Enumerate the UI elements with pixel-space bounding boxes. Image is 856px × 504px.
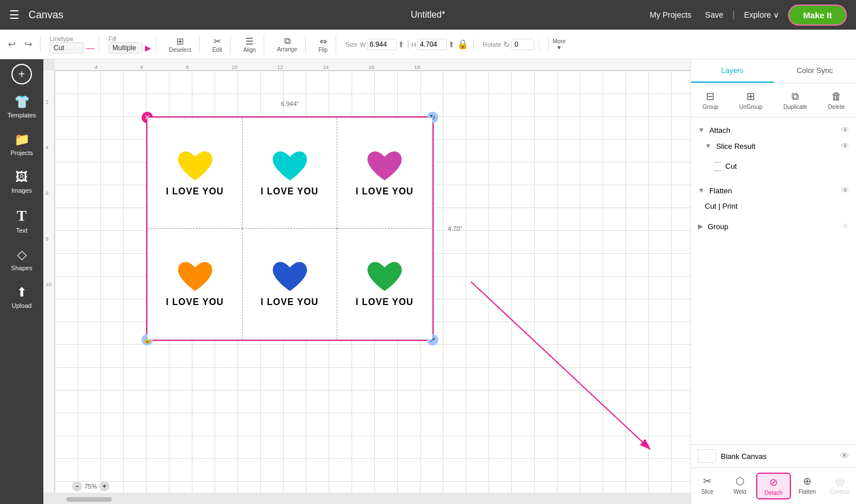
arrange-button[interactable]: ⧉ Arrange [273,35,301,54]
linetype-value[interactable]: Cut [50,42,84,54]
my-projects-button[interactable]: My Projects [645,8,696,22]
layer-cut-slice[interactable]: — — Cut [691,154,856,178]
slice-button[interactable]: ✂ Slice [691,473,724,499]
detach-icon: ⊘ [769,476,778,489]
sidebar-images-label: Images [11,187,32,194]
size-inputs: W ⬆ | H ⬆ 🔒 [360,39,469,50]
redo-button[interactable]: ↪ [21,36,35,52]
templates-icon: 👕 [14,95,30,109]
bottom-scrollbar[interactable] [55,495,691,504]
zoom-in-button[interactable]: + [99,481,110,491]
sidebar-item-images[interactable]: 🖼 Images [2,164,41,200]
duplicate-icon: ⧉ [792,91,799,103]
design-cell-4: I LOVE YOU [148,229,243,339]
duplicate-button[interactable]: ⧉ Duplicate [779,88,812,112]
contour-button[interactable]: ◎ Contour [823,473,856,499]
make-it-button[interactable]: Make It [788,5,847,26]
group-button[interactable]: ⊟ Group [698,88,723,112]
selection-box[interactable]: ✕ ↻ 🔒 ↗ I LOVE YOU [146,116,434,341]
weld-icon: ⬡ [736,475,745,487]
height-input[interactable] [417,39,447,50]
scrollbar-thumb[interactable] [66,497,112,502]
document-title[interactable]: Untitled* [411,10,445,20]
zoom-value: 75% [84,483,97,490]
fill-group: Fill Multiple ▶ [104,35,156,54]
design-wrapper[interactable]: 6.944" ✕ ↻ 🔒 ↗ I LOVE YOU [146,116,434,341]
ruler-top: 4 6 8 10 12 14 16 18 [55,59,691,71]
edit-button[interactable]: ✂ Edit [209,35,225,54]
layer-cut-print[interactable]: Cut | Print [691,198,856,214]
deselect-group: ⊞ Deselect [161,35,200,54]
detach-button[interactable]: ⊘ Detach [756,473,791,499]
delete-button[interactable]: 🗑 Delete [823,88,849,112]
flatten-button[interactable]: ⊕ Flatten [791,473,823,499]
rotate-group: Rotate ↻ [478,39,539,50]
group-layer-arrow-icon: ▶ [698,222,703,230]
sidebar-item-templates[interactable]: 👕 Templates [2,89,41,124]
align-button[interactable]: ☰ Align [240,35,259,54]
blank-canvas-label: Blank Canvas [721,452,835,461]
size-group: Size W ⬆ | H ⬆ 🔒 [341,39,474,50]
rotate-input[interactable] [511,39,534,50]
edit-group: ✂ Edit [204,35,231,54]
sidebar-item-projects[interactable]: 📁 Projects [2,127,41,162]
save-button[interactable]: Save [705,10,724,19]
layer-slice-result[interactable]: ▼ Slice Result 👁 [691,138,856,154]
flip-group: ⇔ Flip [310,35,336,54]
lock-aspect-icon[interactable]: 🔒 [457,39,469,50]
blank-canvas-visibility-icon[interactable]: 👁 [840,451,849,461]
heart-cyan [270,150,310,184]
new-button[interactable]: + [11,64,32,84]
linetype-color-swatch[interactable]: — [86,43,94,52]
sidebar-item-upload[interactable]: ⬆ Upload [2,279,41,315]
flatten-label: Flatten [709,186,837,195]
canvas-area[interactable]: 4 6 8 10 12 14 16 18 2 4 6 8 10 6.944" [43,59,691,504]
cut-print-label: Cut | Print [705,202,849,210]
right-panel: Layers Color Sync ⊟ Group ⊞ UnGroup ⧉ Du… [691,59,856,504]
flip-button[interactable]: ⇔ Flip [315,35,331,54]
explore-button[interactable]: Explore ∨ [744,10,779,19]
heart-blue [270,261,310,295]
hamburger-menu-icon[interactable]: ☰ [9,8,19,22]
fill-color-swatch[interactable]: ▶ [145,43,151,52]
layer-flatten[interactable]: ▼ Flatten 👁 [691,182,856,198]
tab-layers[interactable]: Layers [691,59,774,83]
blank-canvas-row[interactable]: Blank Canvas 👁 [691,444,856,468]
sidebar-item-text[interactable]: T Text [2,202,41,239]
fill-value[interactable]: Multiple [108,42,143,54]
attach-arrow-icon: ▼ [698,126,705,134]
deselect-button[interactable]: ⊞ Deselect [165,35,195,54]
zoom-controls: − 75% + [72,481,110,491]
tab-color-sync[interactable]: Color Sync [774,59,857,83]
attach-visibility-icon[interactable]: 👁 [841,125,849,135]
linetype-group: Linetype Cut — [45,35,99,54]
layer-attach[interactable]: ▼ Attach 👁 [691,122,856,138]
weld-button[interactable]: ⬡ Weld [724,473,756,499]
love-text-5: I LOVE YOU [261,297,318,307]
flatten-arrow-icon: ▼ [698,186,705,194]
sidebar-item-shapes[interactable]: ◇ Shapes [2,242,41,277]
love-text-3: I LOVE YOU [356,186,413,197]
canvas-content: 6.944" ✕ ↻ 🔒 ↗ I LOVE YOU [55,71,691,493]
heart-yellow [175,150,215,184]
ruler-left: 2 4 6 8 10 [43,71,55,493]
group-visibility-icon[interactable]: 👁 [841,222,849,231]
ungroup-button[interactable]: ⊞ UnGroup [734,88,767,112]
sidebar-upload-label: Upload [12,302,32,309]
width-input[interactable] [367,39,397,50]
slice-result-visibility-icon[interactable]: 👁 [841,141,849,151]
group-icon: ⊟ [706,90,714,103]
align-group: ☰ Align [235,35,264,54]
delete-icon: 🗑 [831,91,842,103]
design-cell-3: I LOVE YOU [337,118,432,229]
zoom-out-button[interactable]: − [72,481,82,491]
sidebar-projects-label: Projects [10,149,33,156]
main-area: + 👕 Templates 📁 Projects 🖼 Images T Text… [0,59,856,504]
flatten-visibility-icon[interactable]: 👁 [841,186,849,195]
heart-magenta [365,150,405,184]
upload-icon: ⬆ [17,285,27,300]
fill-label: Fill Multiple ▶ [108,35,151,54]
layer-group[interactable]: ▶ Group 👁 [691,218,856,234]
undo-button[interactable]: ↩ [5,36,19,52]
more-button[interactable]: More ▼ [548,37,569,52]
